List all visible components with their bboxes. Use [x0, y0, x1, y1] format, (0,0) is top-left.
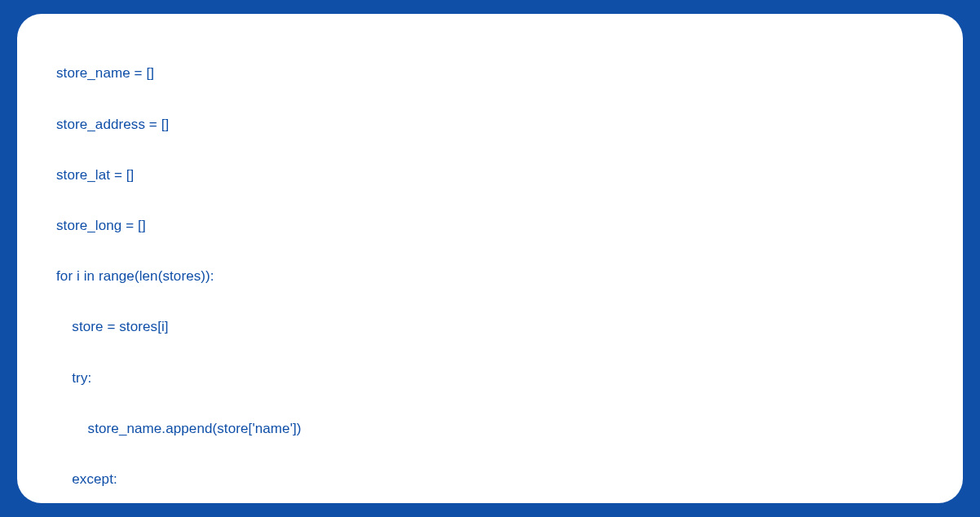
code-line: for i in range(len(stores)): [56, 268, 924, 285]
code-block: store_name = [] store_address = [] store… [56, 32, 924, 517]
code-line: store = stores[i] [56, 319, 924, 336]
code-line: try: [56, 370, 924, 387]
code-line: store_name = [] [56, 65, 924, 82]
code-line: store_lat = [] [56, 167, 924, 184]
code-line: store_long = [] [56, 218, 924, 235]
code-line: store_address = [] [56, 117, 924, 134]
code-container: store_name = [] store_address = [] store… [17, 14, 963, 503]
code-line: except: [56, 471, 924, 488]
code-line: store_name.append(store['name']) [56, 421, 924, 438]
